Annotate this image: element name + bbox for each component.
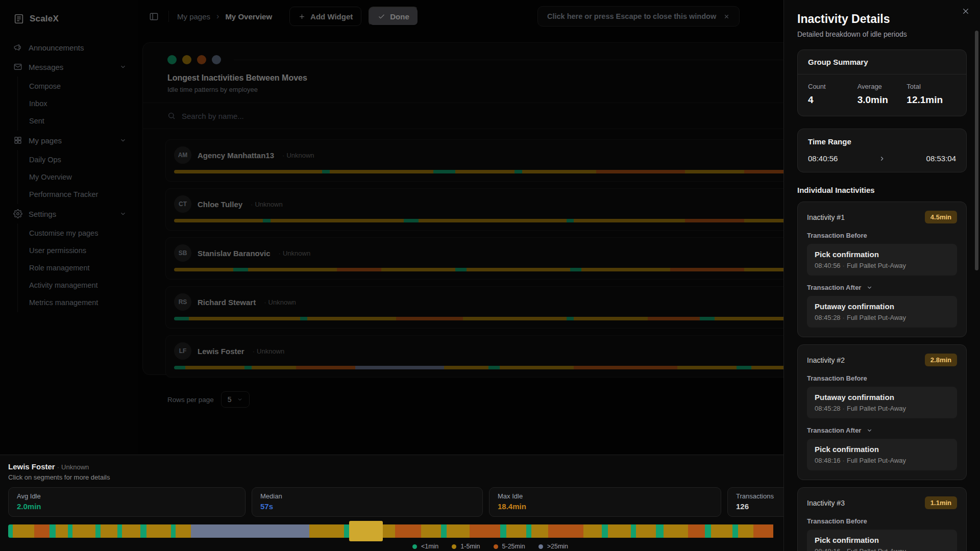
transaction-time: 08:40:56 bbox=[815, 262, 841, 269]
timeline-segment[interactable] bbox=[171, 524, 176, 538]
legend-item-under-1min: <1min bbox=[412, 543, 438, 550]
transaction-type: Full Pallet Put-Away bbox=[841, 405, 906, 412]
inactivity-details-panel: Inactivity Details Detailed breakdown of… bbox=[783, 0, 980, 551]
timeline-segment[interactable] bbox=[631, 524, 636, 538]
inactivity-card-2: Inactivity #2 2.8min Transaction Before … bbox=[797, 344, 967, 480]
timeline-segment[interactable] bbox=[506, 524, 526, 538]
timeline-segment[interactable] bbox=[526, 524, 531, 538]
timeline-segment[interactable] bbox=[50, 524, 56, 538]
inactivity-label: Inactivity #2 bbox=[807, 356, 845, 364]
transaction-title: Putaway confirmation bbox=[815, 393, 949, 402]
transaction-title: Pick confirmation bbox=[815, 250, 949, 259]
legend-label: >25min bbox=[547, 543, 568, 550]
timeline-segment[interactable] bbox=[470, 524, 500, 538]
legend-label: 5-25min bbox=[502, 543, 525, 550]
scrollbar-thumb[interactable] bbox=[975, 31, 978, 270]
transaction-title: Putaway confirmation bbox=[815, 302, 949, 311]
timeline-segment[interactable] bbox=[13, 524, 34, 538]
summary-value: 4 bbox=[808, 94, 857, 106]
duration-badge: 2.8min bbox=[925, 354, 957, 366]
timeline-segment[interactable] bbox=[583, 524, 602, 538]
timeline-segment[interactable] bbox=[95, 524, 101, 538]
timeline-segment[interactable] bbox=[34, 524, 50, 538]
panel-title: Inactivity Details bbox=[797, 12, 967, 26]
summary-count: Count 4 bbox=[808, 83, 857, 106]
timeline-segment[interactable] bbox=[117, 524, 122, 538]
transaction-after-label: Transaction After bbox=[807, 427, 861, 434]
detail-idle-timeline[interactable] bbox=[8, 524, 773, 538]
timeline-segment[interactable] bbox=[732, 524, 738, 538]
timeline-segment[interactable] bbox=[441, 524, 446, 538]
timeline-segment[interactable] bbox=[383, 524, 395, 538]
stat-value: 57s bbox=[260, 502, 474, 511]
group-summary-card: Group Summary Count 4 Average 3.0min Tot… bbox=[797, 49, 967, 116]
transaction-before-card: Pick confirmation 08:40:56Full Pallet Pu… bbox=[807, 244, 957, 276]
timeline-segment[interactable] bbox=[664, 524, 688, 538]
stat-value: 18.4min bbox=[498, 502, 713, 511]
inactivity-card-3: Inactivity #3 1.1min Transaction Before … bbox=[797, 487, 967, 551]
timeline-segment[interactable] bbox=[68, 524, 72, 538]
timeline-segment[interactable] bbox=[146, 524, 171, 538]
transaction-type: Full Pallet Put-Away bbox=[841, 547, 906, 551]
transaction-title: Pick confirmation bbox=[815, 445, 949, 454]
transaction-time: 08:48:16 bbox=[815, 547, 841, 551]
summary-label: Average bbox=[857, 83, 907, 90]
time-range-end: 08:53:04 bbox=[926, 154, 956, 163]
transaction-after-card: Pick confirmation 08:48:16Full Pallet Pu… bbox=[807, 439, 957, 470]
legend-dot-amber bbox=[452, 544, 456, 549]
modal-dim-overlay[interactable] bbox=[0, 0, 783, 455]
timeline-segment[interactable] bbox=[122, 524, 140, 538]
timeline-segment[interactable] bbox=[309, 524, 344, 538]
timeline-segment[interactable] bbox=[705, 524, 711, 538]
timeline-segment[interactable] bbox=[608, 524, 631, 538]
legend-label: <1min bbox=[421, 543, 438, 550]
chevron-down-icon[interactable] bbox=[866, 284, 873, 291]
chevron-down-icon[interactable] bbox=[866, 427, 873, 434]
panel-scrollbar[interactable] bbox=[975, 0, 978, 551]
close-icon[interactable] bbox=[962, 7, 970, 15]
timeline-segment[interactable] bbox=[500, 524, 506, 538]
legend-dot-slate bbox=[538, 544, 543, 549]
timeline-segment[interactable] bbox=[447, 524, 470, 538]
timeline-segment[interactable] bbox=[395, 524, 421, 538]
chevron-right-icon bbox=[878, 155, 886, 162]
timeline-segment[interactable] bbox=[8, 524, 13, 538]
stat-card-max-idle: Max Idle 18.4min bbox=[489, 487, 721, 517]
timeline-segment[interactable] bbox=[548, 524, 583, 538]
transaction-after-label: Transaction After bbox=[807, 284, 861, 291]
time-range-title: Time Range bbox=[808, 137, 956, 146]
stat-label: Median bbox=[260, 492, 474, 500]
timeline-segment[interactable] bbox=[176, 524, 191, 538]
transaction-type: Full Pallet Put-Away bbox=[841, 262, 906, 269]
timeline-segment[interactable] bbox=[101, 524, 117, 538]
summary-total: Total 12.1min bbox=[906, 83, 956, 106]
timeline-segment[interactable] bbox=[72, 524, 95, 538]
timeline-segment[interactable] bbox=[344, 524, 349, 538]
timeline-segment[interactable] bbox=[140, 524, 146, 538]
timeline-segment[interactable] bbox=[602, 524, 608, 538]
stat-card-avg-idle: Avg Idle 2.0min bbox=[8, 487, 246, 517]
transaction-time: 08:45:28 bbox=[815, 405, 841, 412]
timeline-segment[interactable] bbox=[711, 524, 732, 538]
timeline-segment[interactable] bbox=[688, 524, 705, 538]
stat-card-median: Median 57s bbox=[252, 487, 483, 517]
summary-label: Count bbox=[808, 83, 857, 90]
timeline-segment[interactable] bbox=[753, 524, 773, 538]
transaction-after-card: Putaway confirmation 08:45:28Full Pallet… bbox=[807, 296, 957, 328]
timeline-segment[interactable] bbox=[421, 524, 441, 538]
detail-employee-name: Lewis Foster bbox=[8, 462, 55, 471]
panel-subtitle: Detailed breakdown of idle periods bbox=[797, 30, 967, 38]
idle-legend: <1min 1-5min 5-25min >25min bbox=[107, 543, 874, 550]
legend-item-1-5min: 1-5min bbox=[452, 543, 480, 550]
detail-hint: Click on segments for more details bbox=[8, 473, 775, 481]
timeline-segment[interactable] bbox=[531, 524, 548, 538]
timeline-segment[interactable] bbox=[738, 524, 753, 538]
transaction-before-label: Transaction Before bbox=[807, 374, 867, 382]
timeline-segment[interactable] bbox=[56, 524, 68, 538]
detail-employee-status: Unknown bbox=[55, 463, 89, 471]
timeline-segment[interactable] bbox=[656, 524, 664, 538]
transaction-before-label: Transaction Before bbox=[807, 232, 867, 239]
timeline-segment[interactable] bbox=[191, 524, 309, 538]
timeline-segment[interactable] bbox=[636, 524, 656, 538]
timeline-segment[interactable] bbox=[349, 521, 383, 541]
